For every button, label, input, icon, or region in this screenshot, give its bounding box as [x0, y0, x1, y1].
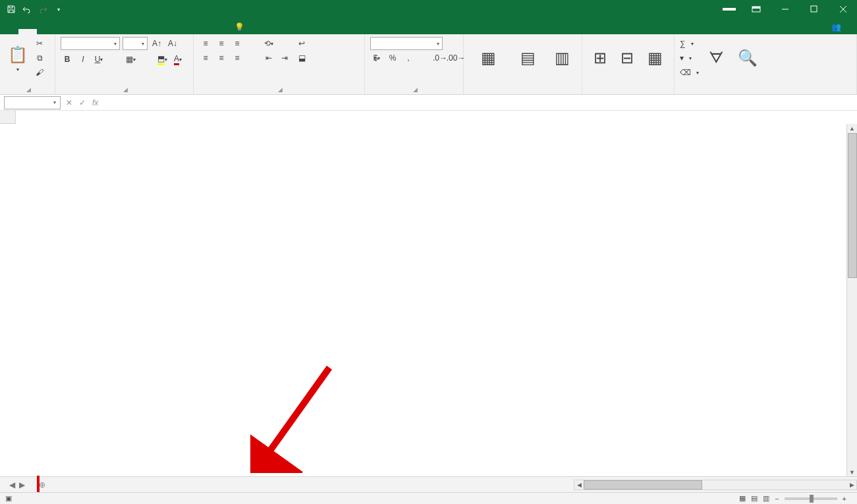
- ribbon-tabs: 💡 👥: [0, 18, 857, 34]
- tab-file[interactable]: [0, 29, 18, 34]
- fill-button[interactable]: ▾▾: [680, 51, 699, 65]
- tab-home[interactable]: [18, 29, 37, 34]
- fx-icon[interactable]: fx: [92, 98, 98, 107]
- font-launcher-icon[interactable]: ◢: [123, 86, 128, 93]
- clipboard-launcher-icon[interactable]: ◢: [26, 86, 31, 93]
- sort-filter-button[interactable]: ᗊ: [702, 37, 731, 80]
- page-break-view-icon[interactable]: ▥: [763, 494, 769, 503]
- increase-decimal-icon[interactable]: .0→: [433, 51, 447, 65]
- number-launcher-icon[interactable]: ◢: [413, 86, 418, 93]
- clear-button[interactable]: ⌫▾: [680, 66, 699, 79]
- borders-button[interactable]: ▦▾: [124, 53, 137, 66]
- statusbar: ▣ ▦ ▤ ▥ − +: [0, 492, 857, 504]
- percent-format-icon[interactable]: %: [386, 51, 399, 65]
- delete-cells-button[interactable]: ⊟: [615, 37, 639, 80]
- maximize-icon[interactable]: [800, 0, 828, 18]
- cell-styles-icon: ▥: [555, 49, 570, 67]
- lightbulb-icon: 💡: [235, 22, 244, 32]
- autosum-icon: ∑: [680, 39, 686, 48]
- scroll-left-icon[interactable]: ◀: [574, 482, 584, 488]
- delete-cells-icon: ⊟: [621, 49, 634, 67]
- comma-format-icon[interactable]: ,: [402, 51, 415, 65]
- align-right-icon[interactable]: ≡: [231, 51, 244, 65]
- tab-review[interactable]: [111, 29, 129, 34]
- font-name-select[interactable]: ▾: [61, 37, 120, 50]
- zoom-slider[interactable]: [785, 497, 837, 500]
- sign-in-button[interactable]: [723, 8, 736, 11]
- tab-foxit[interactable]: [184, 29, 203, 34]
- normal-view-icon[interactable]: ▦: [739, 494, 746, 503]
- sheet-nav-prev-icon[interactable]: ◀: [9, 480, 15, 490]
- minimize-icon[interactable]: [771, 0, 799, 18]
- zoom-slider-thumb[interactable]: [810, 495, 814, 503]
- redo-icon[interactable]: [36, 2, 50, 16]
- scroll-right-icon[interactable]: ▶: [847, 482, 856, 488]
- cut-icon[interactable]: ✂: [33, 37, 46, 50]
- tab-new-tab[interactable]: [203, 29, 221, 34]
- tab-data[interactable]: [92, 29, 111, 34]
- page-layout-view-icon[interactable]: ▤: [751, 494, 758, 503]
- paste-button[interactable]: 📋 ▾: [5, 37, 30, 80]
- increase-indent-icon[interactable]: ⇥: [278, 51, 291, 65]
- bold-button[interactable]: B: [61, 53, 74, 66]
- format-painter-icon[interactable]: 🖌: [33, 66, 46, 79]
- annotation-highlight-box: [37, 476, 40, 493]
- format-as-table-button[interactable]: ▤: [511, 37, 545, 80]
- horizontal-scrollbar[interactable]: ◀ ▶: [574, 480, 857, 490]
- zoom-out-icon[interactable]: −: [775, 495, 779, 503]
- number-format-select[interactable]: ▾: [370, 37, 443, 50]
- undo-icon[interactable]: [20, 2, 34, 16]
- decrease-font-icon[interactable]: A↓: [166, 37, 179, 50]
- formula-bar: ▾ ✕ ✓ fx: [0, 95, 857, 111]
- underline-button[interactable]: U▾: [92, 53, 105, 66]
- copy-icon[interactable]: ⧉: [33, 51, 46, 65]
- vertical-scrollbar[interactable]: ▲ ▼: [846, 124, 857, 477]
- autosum-button[interactable]: ∑▾: [680, 37, 699, 50]
- qat-customize-icon[interactable]: ▾: [51, 2, 66, 16]
- close-icon[interactable]: [829, 0, 857, 18]
- conditional-formatting-button[interactable]: ▦: [469, 37, 508, 80]
- grid[interactable]: ▲ ▼: [0, 111, 857, 477]
- align-middle-icon[interactable]: ≡: [215, 37, 228, 50]
- zoom-in-icon[interactable]: +: [843, 495, 846, 503]
- cell-styles-button[interactable]: ▥: [547, 37, 576, 80]
- fill-color-button[interactable]: ⬒▾: [155, 53, 169, 66]
- enter-formula-icon[interactable]: ✓: [79, 98, 86, 107]
- formula-input[interactable]: [103, 96, 857, 109]
- macro-record-icon[interactable]: ▣: [5, 494, 12, 503]
- align-center-icon[interactable]: ≡: [215, 51, 228, 65]
- save-icon[interactable]: [4, 2, 18, 16]
- accounting-format-icon[interactable]: $▾: [370, 51, 383, 65]
- tab-view[interactable]: [129, 29, 148, 34]
- orientation-icon[interactable]: ⟲▾: [262, 37, 275, 50]
- tab-formulas[interactable]: [74, 29, 92, 34]
- tell-me-input[interactable]: 💡: [228, 20, 255, 34]
- vertical-scroll-thumb[interactable]: [848, 133, 857, 278]
- decrease-decimal-icon[interactable]: .00→: [449, 51, 462, 65]
- font-size-select[interactable]: ▾: [123, 37, 148, 50]
- align-bottom-icon[interactable]: ≡: [231, 37, 244, 50]
- tab-insert[interactable]: [37, 29, 55, 34]
- font-color-button[interactable]: A▾: [171, 53, 184, 66]
- share-button[interactable]: 👥: [826, 20, 849, 34]
- scroll-up-icon[interactable]: ▲: [847, 124, 857, 133]
- decrease-indent-icon[interactable]: ⇤: [262, 51, 275, 65]
- format-cells-button[interactable]: ▦: [642, 37, 669, 80]
- select-all-button[interactable]: [0, 111, 16, 124]
- ribbon-display-icon[interactable]: [742, 0, 770, 18]
- alignment-launcher-icon[interactable]: ◢: [278, 86, 283, 93]
- sheet-nav-next-icon[interactable]: ▶: [19, 480, 25, 490]
- horizontal-scroll-thumb[interactable]: [584, 480, 702, 490]
- tab-developer[interactable]: [148, 29, 166, 34]
- scroll-down-icon[interactable]: ▼: [847, 468, 857, 477]
- align-left-icon[interactable]: ≡: [199, 51, 212, 65]
- tab-help[interactable]: [166, 29, 184, 34]
- increase-font-icon[interactable]: A↑: [150, 37, 163, 50]
- name-box[interactable]: ▾: [4, 96, 61, 109]
- align-top-icon[interactable]: ≡: [199, 37, 212, 50]
- tab-page-layout[interactable]: [55, 29, 74, 34]
- insert-cells-button[interactable]: ⊞: [588, 37, 612, 80]
- find-select-button[interactable]: 🔍: [733, 37, 762, 80]
- italic-button[interactable]: I: [76, 53, 90, 66]
- cancel-formula-icon[interactable]: ✕: [66, 98, 72, 107]
